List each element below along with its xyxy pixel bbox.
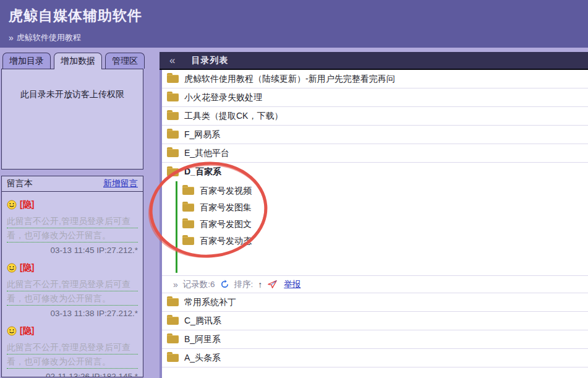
directory-toolbar: « 目录列表 bbox=[160, 52, 588, 70]
message-text: 看，也可修改为公开留言。 bbox=[7, 291, 138, 306]
message-text: 看，也可修改为公开留言。 bbox=[7, 228, 138, 243]
folder-name: 工具类（提取CK，下载） bbox=[184, 111, 283, 122]
smiley-icon bbox=[7, 200, 17, 210]
folder-row[interactable]: F_网易系 bbox=[162, 126, 588, 144]
breadcrumb-label: 虎鲸软件使用教程 bbox=[17, 32, 81, 43]
subfolder-row[interactable]: 百家号发视频 bbox=[162, 183, 588, 199]
permission-notice: 此目录未开放访客上传权限 bbox=[2, 89, 143, 100]
hidden-badge: [隐] bbox=[20, 325, 34, 337]
subfolder-row[interactable]: 百家号发图集 bbox=[162, 199, 588, 216]
directory-list-title: 目录列表 bbox=[191, 55, 228, 66]
list-status-bar: » 记录数:6 排序: ↑ 举报 bbox=[162, 275, 588, 293]
folder-icon bbox=[182, 204, 194, 212]
folder-row[interactable]: E_其他平台 bbox=[162, 144, 588, 163]
report-plane-icon[interactable] bbox=[267, 280, 278, 289]
message-text: 此留言不公开,管理员登录后可查 bbox=[7, 214, 138, 228]
hidden-badge: [隐] bbox=[20, 199, 34, 210]
message-text: 此留言不公开,管理员登录后可查 bbox=[7, 340, 138, 354]
folder-row[interactable]: 小火花登录失败处理 bbox=[162, 88, 588, 107]
sort-direction-icon[interactable]: ↑ bbox=[258, 280, 262, 290]
folder-name: B_阿里系 bbox=[184, 334, 221, 345]
message-text: 看，也可修改为公开留言。 bbox=[7, 354, 138, 369]
message-item: [隐] 此留言不公开,管理员登录后可查 看，也可修改为公开留言。 03-13 1… bbox=[7, 262, 138, 318]
guestbook-panel: 留言本 新增留言 [隐] 此留言不公开,管理员登录后可查 看，也可修改为公开留言… bbox=[1, 176, 143, 377]
record-count: 记录数:6 bbox=[183, 279, 215, 290]
directory-list: 虎鲸软件使用教程（陆续更新）-新用户先完整看完再问 小火花登录失败处理 工具类（… bbox=[160, 70, 588, 378]
folder-row[interactable]: C_腾讯系 bbox=[162, 312, 588, 330]
folder-icon bbox=[167, 335, 179, 343]
folder-icon bbox=[167, 354, 179, 362]
folder-row[interactable]: 虎鲸软件使用教程（陆续更新）-新用户先完整看完再问 bbox=[162, 70, 588, 88]
subfolder-row[interactable]: 百家号发图文 bbox=[162, 216, 588, 233]
subfolder-block: 百家号发视频 百家号发图集 百家号发图文 百家号发动态 bbox=[162, 181, 588, 275]
folder-name: 常用系统补丁 bbox=[184, 297, 236, 308]
message-item: [隐] 此留言不公开,管理员登录后可查 看，也可修改为公开留言。 03-13 1… bbox=[7, 199, 138, 255]
subfolder-name: 百家号发动态 bbox=[200, 236, 252, 247]
folder-name: C_腾讯系 bbox=[184, 316, 221, 327]
message-text: 此留言不公开,管理员登录后可查 bbox=[7, 277, 138, 291]
message-item: [隐] 此留言不公开,管理员登录后可查 看，也可修改为公开留言。 02-11 1… bbox=[7, 325, 138, 377]
sort-label: 排序: bbox=[234, 279, 254, 290]
status-marker-icon: » bbox=[173, 280, 178, 290]
folder-icon bbox=[182, 220, 194, 228]
tree-indent-bar bbox=[176, 181, 177, 273]
folder-name: F_网易系 bbox=[184, 129, 220, 140]
folder-icon bbox=[167, 168, 179, 176]
folder-name: 虎鲸软件使用教程（陆续更新）-新用户先完整看完再问 bbox=[184, 74, 395, 85]
subfolder-name: 百家号发图文 bbox=[200, 219, 252, 230]
directory-pane: « 目录列表 虎鲸软件使用教程（陆续更新）-新用户先完整看完再问 小火花登录失败… bbox=[160, 52, 588, 378]
folder-row[interactable]: 工具类（提取CK，下载） bbox=[162, 107, 588, 126]
page-title: 虎鲸自媒体辅助软件 bbox=[9, 6, 588, 25]
folder-row[interactable]: A_头条系 bbox=[162, 349, 588, 367]
guestbook-messages: [隐] 此留言不公开,管理员登录后可查 看，也可修改为公开留言。 03-13 1… bbox=[2, 192, 143, 377]
folder-row[interactable]: B_阿里系 bbox=[162, 330, 588, 349]
folder-name: E_其他平台 bbox=[184, 148, 229, 159]
folder-icon bbox=[167, 93, 179, 101]
hidden-badge: [隐] bbox=[20, 262, 34, 273]
folder-icon bbox=[167, 317, 179, 325]
upload-permission-panel: 此目录未开放访客上传权限 bbox=[1, 69, 143, 170]
message-meta: 03-13 11:45 IP:27.212.* bbox=[7, 246, 138, 255]
tab-manage-area[interactable]: 管理区 bbox=[105, 53, 145, 69]
new-message-link[interactable]: 新增留言 bbox=[103, 178, 138, 189]
folder-icon bbox=[167, 75, 179, 83]
refresh-icon[interactable] bbox=[220, 280, 229, 289]
folder-name: A_头条系 bbox=[184, 353, 221, 364]
folder-icon bbox=[167, 149, 179, 157]
folder-name: 小火花登录失败处理 bbox=[184, 92, 262, 103]
sidebar-tabs: 增加目录 增加数据 管理区 bbox=[1, 53, 160, 69]
folder-icon bbox=[167, 298, 179, 306]
sidebar: 增加目录 增加数据 管理区 此目录未开放访客上传权限 留言本 新增留言 [隐] … bbox=[0, 48, 160, 378]
subfolder-row[interactable]: 百家号发动态 bbox=[162, 233, 588, 249]
tab-add-directory[interactable]: 增加目录 bbox=[2, 53, 51, 69]
message-meta: 03-13 11:38 IP:27.212.* bbox=[7, 309, 138, 318]
folder-row-expanded[interactable]: D_百家系 bbox=[162, 163, 588, 181]
message-meta: 02-11 13:26 IP:182.145.* bbox=[7, 372, 138, 377]
guestbook-header: 留言本 新增留言 bbox=[2, 176, 143, 192]
smiley-icon bbox=[7, 263, 17, 273]
collapse-icon[interactable]: « bbox=[169, 54, 175, 67]
tab-add-data[interactable]: 增加数据 bbox=[54, 53, 102, 69]
breadcrumb[interactable]: » 虎鲸软件使用教程 bbox=[9, 32, 588, 43]
folder-name: D_百家系 bbox=[184, 166, 221, 178]
app-header: 虎鲸自媒体辅助软件 » 虎鲸软件使用教程 bbox=[0, 0, 588, 48]
folder-row[interactable]: 常用系统补丁 bbox=[162, 293, 588, 312]
breadcrumb-marker-icon: » bbox=[9, 33, 14, 43]
folder-icon bbox=[167, 131, 179, 139]
folder-icon bbox=[182, 187, 194, 195]
report-link[interactable]: 举报 bbox=[284, 279, 300, 290]
guestbook-title: 留言本 bbox=[7, 178, 33, 189]
folder-icon bbox=[167, 112, 179, 120]
subfolder-name: 百家号发视频 bbox=[200, 186, 252, 197]
smiley-icon bbox=[7, 326, 17, 336]
folder-icon bbox=[182, 237, 194, 245]
subfolder-name: 百家号发图集 bbox=[200, 202, 252, 213]
